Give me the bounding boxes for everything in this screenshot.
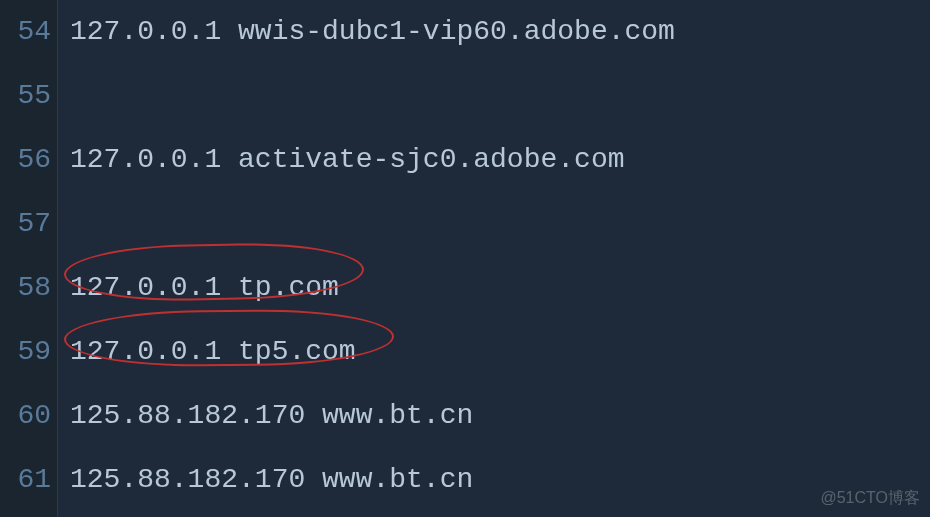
line-number-gutter: 54 55 56 57 58 59 60 61 bbox=[0, 0, 58, 517]
line-number: 55 bbox=[0, 64, 51, 128]
watermark-text: @51CTO博客 bbox=[820, 488, 920, 509]
code-line[interactable]: 125.88.182.170 www.bt.cn bbox=[70, 448, 930, 512]
code-content[interactable]: 127.0.0.1 wwis-dubc1-vip60.adobe.com 127… bbox=[58, 0, 930, 517]
line-number: 60 bbox=[0, 384, 51, 448]
code-line[interactable]: 127.0.0.1 tp5.com bbox=[70, 320, 930, 384]
code-line[interactable]: 127.0.0.1 wwis-dubc1-vip60.adobe.com bbox=[70, 0, 930, 64]
line-number: 59 bbox=[0, 320, 51, 384]
code-line[interactable]: 127.0.0.1 tp.com bbox=[70, 256, 930, 320]
code-line[interactable] bbox=[70, 192, 930, 256]
line-number: 54 bbox=[0, 0, 51, 64]
code-line[interactable]: 125.88.182.170 www.bt.cn bbox=[70, 384, 930, 448]
code-editor[interactable]: 54 55 56 57 58 59 60 61 127.0.0.1 wwis-d… bbox=[0, 0, 930, 517]
line-number: 56 bbox=[0, 128, 51, 192]
code-line[interactable]: 127.0.0.1 activate-sjc0.adobe.com bbox=[70, 128, 930, 192]
line-number: 57 bbox=[0, 192, 51, 256]
line-number: 58 bbox=[0, 256, 51, 320]
line-number: 61 bbox=[0, 448, 51, 512]
code-line[interactable] bbox=[70, 64, 930, 128]
